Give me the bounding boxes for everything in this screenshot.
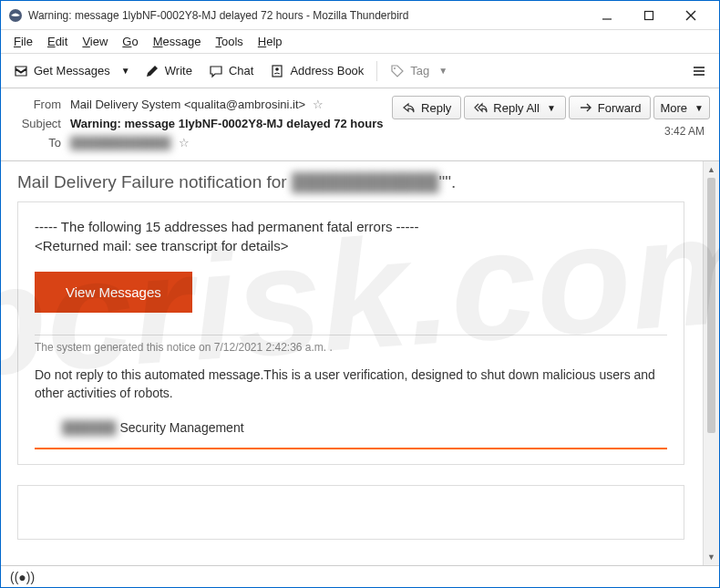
star-contact-button-2[interactable]: ☆ — [179, 136, 190, 150]
svg-rect-2 — [645, 11, 653, 19]
to-label: To — [15, 136, 61, 150]
toolbar-separator — [376, 61, 377, 81]
get-messages-button[interactable]: Get Messages — [6, 60, 118, 82]
generation-notice: The system generated this notice on 7/12… — [35, 341, 667, 354]
svg-rect-5 — [273, 66, 282, 77]
tag-icon — [390, 64, 405, 78]
menu-go[interactable]: Go — [117, 33, 143, 50]
error-box: ----- The following 15 addresses had per… — [17, 201, 684, 465]
to-value: ████████████ — [70, 136, 171, 150]
scroll-down-button[interactable]: ▼ — [704, 549, 719, 565]
message-header: From Mail Delivery System <qualita@ambro… — [1, 88, 719, 161]
subject-value: Warning: message 1lybNF-0002Y8-MJ delaye… — [70, 117, 383, 130]
security-management-text: ██████ Security Management — [62, 420, 667, 435]
forward-icon — [579, 100, 593, 115]
menu-file[interactable]: File — [8, 33, 38, 50]
message-time: 3:42 AM — [664, 125, 705, 138]
pencil-icon — [145, 64, 159, 78]
hamburger-icon — [692, 64, 706, 78]
app-menu-button[interactable] — [684, 60, 714, 82]
blank-section — [17, 485, 684, 540]
reply-icon — [402, 100, 417, 115]
reply-all-button[interactable]: Reply All ▼ — [464, 96, 565, 119]
reply-button[interactable]: Reply — [392, 96, 461, 119]
menu-view[interactable]: View — [77, 33, 113, 50]
reply-all-icon — [474, 100, 489, 115]
connection-icon: ((●)) — [10, 570, 35, 584]
vertical-scrollbar[interactable]: ▲ ▼ — [703, 161, 719, 565]
svg-point-7 — [394, 67, 396, 69]
address-book-button[interactable]: Address Book — [262, 60, 371, 82]
tag-button[interactable]: Tag ▼ — [383, 60, 455, 82]
message-actions: Reply Reply All ▼ Forward More ▼ — [392, 96, 710, 119]
menubar: File Edit View Go Message Tools Help — [1, 30, 719, 54]
window-title: Warning: message 1lybNF-0002Y8-MJ delaye… — [28, 9, 586, 22]
more-actions-button[interactable]: More ▼ — [653, 96, 710, 119]
close-button[interactable] — [670, 2, 712, 29]
from-label: From — [15, 98, 61, 111]
view-messages-button[interactable]: View Messages — [35, 272, 192, 313]
menu-help[interactable]: Help — [252, 33, 288, 50]
download-icon — [14, 64, 28, 78]
no-reply-text: Do not reply to this automated message.T… — [35, 366, 667, 402]
get-messages-dropdown[interactable]: ▼ — [119, 62, 136, 79]
star-contact-button[interactable]: ☆ — [313, 98, 324, 111]
notification-title: Mail Delivery Failure notification for █… — [17, 172, 684, 192]
write-button[interactable]: Write — [138, 60, 200, 82]
from-value: Mail Delivery System <qualita@ambrosini.… — [70, 98, 305, 111]
divider — [35, 335, 667, 335]
menu-tools[interactable]: Tools — [210, 33, 248, 50]
app-icon — [8, 8, 23, 23]
app-window: Warning: message 1lybNF-0002Y8-MJ delaye… — [0, 0, 720, 588]
message-body: Mail Delivery Failure notification for █… — [1, 161, 703, 565]
scroll-thumb[interactable] — [707, 178, 715, 433]
statusbar: ((●)) — [1, 565, 719, 587]
forward-button[interactable]: Forward — [569, 96, 652, 119]
minimize-button[interactable] — [586, 2, 628, 29]
scroll-up-button[interactable]: ▲ — [704, 161, 719, 178]
maximize-button[interactable] — [628, 2, 670, 29]
subject-label: Subject — [15, 117, 61, 130]
address-book-icon — [270, 64, 284, 78]
svg-point-6 — [276, 67, 280, 71]
menu-message[interactable]: Message — [148, 33, 207, 50]
titlebar: Warning: message 1lybNF-0002Y8-MJ delaye… — [1, 1, 719, 30]
message-body-area: Mail Delivery Failure notification for █… — [1, 161, 719, 565]
toolbar: Get Messages ▼ Write Chat Address Book T… — [1, 54, 719, 88]
error-text: ----- The following 15 addresses had per… — [35, 217, 667, 255]
chat-button[interactable]: Chat — [201, 60, 261, 82]
menu-edit[interactable]: Edit — [42, 33, 73, 50]
orange-divider — [35, 448, 667, 449]
chat-icon — [209, 64, 223, 78]
window-controls — [586, 2, 712, 29]
